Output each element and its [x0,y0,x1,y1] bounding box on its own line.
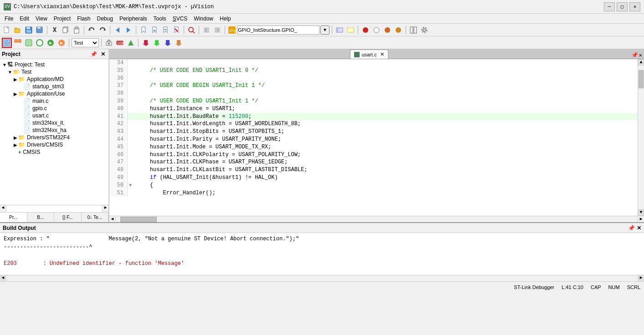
tree-item-app-use[interactable]: ▶ 📁 Application/Use [0,90,108,97]
menu-tools[interactable]: Tools [151,15,169,23]
debug-reset-button[interactable] [393,25,403,35]
hscroll-right-button[interactable]: ► [638,217,644,222]
tree-item-startup[interactable]: 📄 startup_stm3 [0,83,108,90]
settings-button[interactable] [419,25,429,35]
build-pin-button[interactable]: 📌 [628,225,635,231]
expand-drivers-cms[interactable]: ▶ [13,142,18,147]
tree-item-app-md[interactable]: ▶ 📁 Application/MD [0,76,108,83]
bookmark-button[interactable] [139,25,149,35]
tab-close-usart-c[interactable]: ✕ [380,51,384,57]
start-debug2-button[interactable] [163,38,173,48]
next-bookmark-button[interactable] [160,25,170,35]
menu-window[interactable]: Window [191,15,216,23]
debug-pause-button[interactable] [382,25,392,35]
vscroll-up-button[interactable]: ▲ [638,59,644,66]
vscroll-down-button[interactable]: ▼ [638,209,644,216]
nav-forward-button[interactable] [124,25,134,35]
flash-erase-button[interactable] [174,38,184,48]
editor-close-button[interactable]: ✕ [639,52,642,59]
download-button[interactable] [141,38,151,48]
editor-hscroll[interactable]: ◄ ► [109,216,644,222]
layout-button[interactable] [408,25,418,35]
expand-app-use[interactable]: ▶ [13,91,18,96]
scroll-right-button[interactable]: ► [102,205,108,212]
outdent-button[interactable] [212,25,222,35]
expand-app-md[interactable]: ▶ [13,77,18,82]
step-over-button[interactable] [35,38,45,48]
editor-tab-usart-c[interactable]: usart.c ✕ [350,50,388,59]
tree-item-root[interactable]: ▼ 🏗 Project: Test [0,61,108,68]
build-hscroll-track[interactable] [6,275,638,281]
title-bar-controls[interactable]: ─ ▢ ✕ [604,2,640,11]
build-close-button[interactable]: ✕ [637,225,641,231]
tree-item-usart-c[interactable]: 📄 usart.c [0,112,108,119]
expand-drivers-stm[interactable]: ▶ [13,135,18,140]
event-counter-button[interactable]: ▶ [57,38,67,48]
hscroll-thumb[interactable] [120,217,157,222]
hscroll-track-project[interactable] [6,205,102,212]
tree-item-drivers-cms[interactable]: ▶ 📁 Drivers/CMSIS [0,141,108,148]
expand-root[interactable]: ▼ [2,62,7,67]
cut-button[interactable] [50,25,60,35]
clear-bookmarks-button[interactable] [171,25,181,35]
vscroll-track[interactable] [638,66,644,209]
menu-project[interactable]: Project [51,15,73,23]
expand-test[interactable]: ▼ [7,70,13,75]
tree-item-drivers-stm[interactable]: ▶ 📁 Drivers/STM32F4 [0,134,108,141]
target-selector-dropdown[interactable]: ▼ [320,25,330,35]
tree-item-main-c[interactable]: 📄 main.c [0,97,108,105]
code-editor[interactable]: 34 35 /* USER CODE END USART1_Init 0 */ … [109,59,638,216]
restore-button[interactable]: ▢ [617,2,628,11]
collapse-50[interactable]: ▼ [128,182,133,189]
tree-item-stm32ha[interactable]: 📄 stm32f4xx_ha [0,127,108,134]
menu-view[interactable]: View [33,15,50,23]
copy-button[interactable] [61,25,71,35]
manage-components-button[interactable]: ▶ [46,38,56,48]
menu-edit[interactable]: Edit [17,15,32,23]
tree-item-stm32it[interactable]: 📄 stm32f4xx_it. [0,119,108,127]
menu-flash[interactable]: Flash [74,15,93,23]
hscroll-left-button[interactable]: ◄ [109,217,116,222]
target-select[interactable]: Test [72,38,99,47]
tab-books[interactable]: B... [27,213,55,222]
debug-stop-button[interactable] [361,25,371,35]
redo-button[interactable] [98,25,108,35]
start-debug-button[interactable] [152,38,162,48]
menu-help[interactable]: Help [217,15,234,23]
debug-run-button[interactable] [371,25,381,35]
find-button[interactable] [186,25,196,35]
rebuild-button[interactable] [126,38,136,48]
vscroll-thumb[interactable] [639,70,644,88]
tree-item-test[interactable]: ▼ 📁 Test [0,68,108,76]
scroll-left-button[interactable]: ◄ [0,205,6,212]
tab-project[interactable]: Pr... [0,213,27,222]
editor-pin-button[interactable]: 📌 [631,52,638,59]
step-in-button[interactable] [24,38,34,48]
indent-button[interactable] [201,25,211,35]
save-button[interactable] [24,25,34,35]
open-button[interactable] [13,25,23,35]
save-all-button[interactable] [35,25,45,35]
project-pin-button[interactable]: 📌 [89,51,98,57]
build-target-button[interactable]: LOAD [115,38,125,48]
paste-button[interactable] [72,25,82,35]
nav-back-button[interactable] [113,25,123,35]
menu-peripherals[interactable]: Peripherals [117,15,150,23]
run-to-cursor-button[interactable] [13,38,23,48]
menu-file[interactable]: File [2,15,16,23]
project-header-controls[interactable]: 📌 ✕ [89,51,107,57]
prev-bookmark-button[interactable] [149,25,160,35]
close-button[interactable]: ✕ [629,2,640,11]
new-file-button[interactable] [2,25,12,35]
build-header-controls[interactable]: 📌 ✕ [628,225,641,231]
editor-vscroll[interactable]: ▲ ▼ [638,59,644,216]
menu-debug[interactable]: Debug [94,15,116,23]
build-hscroll-right[interactable]: ► [638,275,644,281]
build-hscroll-left[interactable]: ◄ [0,275,6,281]
register2-button[interactable] [345,25,355,35]
target-selector-input[interactable] [237,25,319,35]
menu-svcs[interactable]: SVCS [170,15,191,23]
tree-item-gpio-c[interactable]: 📄 gpio.c [0,105,108,112]
project-close-button[interactable]: ✕ [99,51,107,57]
tab-templates[interactable]: 0↓ Te... [82,213,109,222]
